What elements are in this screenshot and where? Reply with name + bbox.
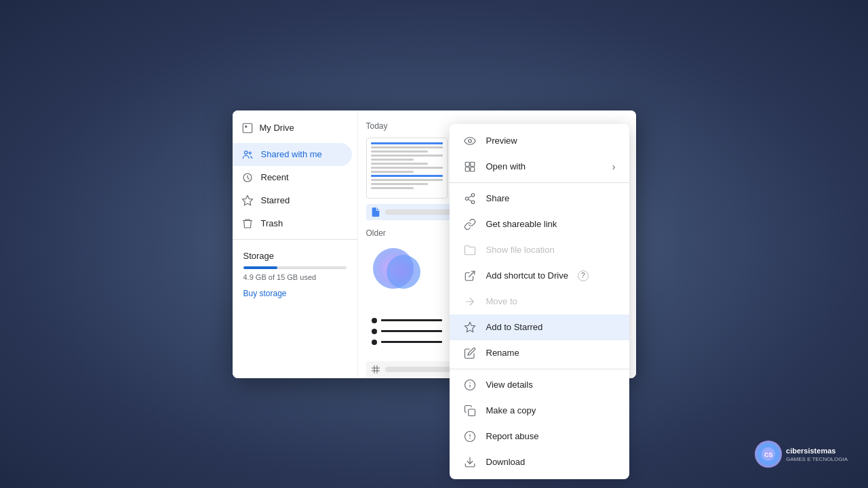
list-row-3 bbox=[372, 340, 442, 345]
ctx-move-to: Move to bbox=[450, 289, 629, 314]
sidebar-item-recent[interactable]: Recent bbox=[233, 166, 352, 189]
doc-line-9 bbox=[371, 175, 443, 177]
file-row-icon-older bbox=[370, 364, 381, 375]
list-row-1 bbox=[372, 318, 442, 323]
info-icon bbox=[463, 378, 477, 392]
svg-rect-8 bbox=[465, 167, 469, 171]
sidebar-divider bbox=[233, 239, 357, 240]
svg-rect-6 bbox=[465, 162, 469, 166]
sidebar-header[interactable]: My Drive bbox=[233, 116, 357, 143]
svg-line-13 bbox=[468, 199, 471, 201]
svg-point-12 bbox=[471, 201, 475, 204]
doc-line-10 bbox=[371, 179, 443, 181]
svg-line-15 bbox=[469, 271, 474, 277]
ctx-share[interactable]: Share bbox=[450, 186, 629, 211]
ctx-add-shortcut[interactable]: Add shortcut to Drive ? bbox=[450, 263, 629, 289]
add-shortcut-label: Add shortcut to Drive bbox=[486, 270, 568, 281]
view-details-label: View details bbox=[486, 380, 533, 390]
add-to-starred-label: Add to Starred bbox=[486, 322, 543, 332]
ctx-make-copy[interactable]: Make a copy bbox=[450, 398, 629, 424]
share-icon bbox=[463, 192, 477, 205]
add-starred-icon bbox=[463, 321, 477, 334]
drive-icon bbox=[241, 121, 254, 135]
file-thumb-doc[interactable] bbox=[366, 138, 448, 199]
drive-window: My Drive Shared with me Re bbox=[233, 110, 636, 378]
sidebar-item-shared-with-me[interactable]: Shared with me bbox=[233, 143, 352, 166]
move-icon bbox=[463, 295, 477, 308]
watermark-text-block: cibersistemas GAMES E TECNOLOGIA bbox=[786, 446, 848, 462]
svg-point-5 bbox=[468, 139, 471, 142]
eye-icon bbox=[463, 134, 477, 148]
move-to-label: Move to bbox=[486, 296, 517, 306]
ctx-view-details[interactable]: View details bbox=[450, 372, 629, 398]
svg-point-3 bbox=[249, 152, 251, 154]
open-with-icon bbox=[463, 160, 477, 174]
watermark-logo: CS bbox=[755, 441, 782, 468]
make-copy-label: Make a copy bbox=[486, 405, 536, 415]
download-icon bbox=[463, 455, 477, 469]
recent-label: Recent bbox=[261, 172, 289, 182]
svg-line-14 bbox=[468, 195, 471, 197]
list-line-1 bbox=[381, 319, 442, 321]
list-line-2 bbox=[381, 330, 442, 332]
list-icon-container[interactable] bbox=[366, 304, 448, 359]
storage-section: Storage 4.9 GB of 15 GB used Buy storage bbox=[233, 244, 357, 306]
copy-icon bbox=[463, 404, 477, 418]
ctx-get-shareable-link[interactable]: Get shareable link bbox=[450, 211, 629, 237]
get-shareable-link-label: Get shareable link bbox=[486, 219, 557, 229]
doc-line-3 bbox=[371, 150, 429, 152]
svg-rect-0 bbox=[243, 123, 252, 133]
doc-line-2 bbox=[371, 146, 443, 148]
trash-icon bbox=[241, 217, 254, 230]
storage-bar-bg bbox=[243, 266, 347, 269]
ctx-divider-1 bbox=[450, 182, 629, 183]
list-dot-1 bbox=[372, 318, 377, 323]
clock-icon bbox=[241, 171, 254, 184]
share-label: Share bbox=[486, 193, 510, 203]
rename-icon bbox=[463, 346, 477, 360]
help-icon[interactable]: ? bbox=[578, 270, 589, 281]
list-line-3 bbox=[381, 341, 442, 343]
report-abuse-label: Report abuse bbox=[486, 431, 539, 441]
ctx-add-to-starred[interactable]: Add to Starred bbox=[450, 314, 629, 340]
svg-rect-1 bbox=[245, 125, 247, 127]
doc-line-1 bbox=[371, 142, 443, 144]
list-dot-3 bbox=[372, 340, 377, 345]
svg-rect-7 bbox=[470, 162, 474, 166]
folder-icon bbox=[463, 243, 477, 257]
storage-label: Storage bbox=[243, 251, 347, 261]
watermark: CS cibersistemas GAMES E TECNOLOGIA bbox=[755, 441, 848, 468]
buy-storage-link[interactable]: Buy storage bbox=[243, 289, 287, 298]
doc-line-8 bbox=[371, 171, 414, 173]
preview-label: Preview bbox=[486, 136, 517, 146]
list-row-2 bbox=[372, 329, 442, 334]
ctx-divider-2 bbox=[450, 369, 629, 369]
svg-text:CS: CS bbox=[764, 451, 773, 458]
shared-with-me-label: Shared with me bbox=[261, 149, 322, 159]
open-with-label: Open with bbox=[486, 161, 526, 171]
ctx-open-with[interactable]: Open with › bbox=[450, 154, 629, 180]
doc-line-4 bbox=[371, 155, 443, 157]
doc-line-7 bbox=[371, 167, 443, 169]
sidebar-item-starred[interactable]: Starred bbox=[233, 189, 352, 212]
ctx-report-abuse[interactable]: Report abuse bbox=[450, 424, 629, 449]
download-label: Download bbox=[486, 457, 526, 467]
ctx-preview[interactable]: Preview bbox=[450, 128, 629, 154]
doc-line-5 bbox=[371, 159, 414, 161]
storage-used: 4.9 GB of 15 GB used bbox=[243, 273, 347, 281]
blob-thumbnail[interactable] bbox=[366, 245, 448, 299]
show-file-location-label: Show file location bbox=[486, 245, 555, 255]
sidebar-item-trash[interactable]: Trash bbox=[233, 212, 352, 235]
doc-line-11 bbox=[371, 183, 429, 185]
ctx-rename[interactable]: Rename bbox=[450, 340, 629, 366]
file-row-icon bbox=[370, 207, 381, 218]
svg-point-2 bbox=[244, 150, 248, 154]
star-icon bbox=[241, 194, 254, 207]
context-menu: Preview Open with › bbox=[450, 124, 629, 479]
ctx-download[interactable]: Download bbox=[450, 449, 629, 475]
report-icon bbox=[463, 430, 477, 443]
list-dot-2 bbox=[372, 329, 377, 334]
trash-label: Trash bbox=[261, 218, 283, 228]
ctx-show-file-location: Show file location bbox=[450, 237, 629, 263]
svg-point-10 bbox=[471, 193, 475, 197]
